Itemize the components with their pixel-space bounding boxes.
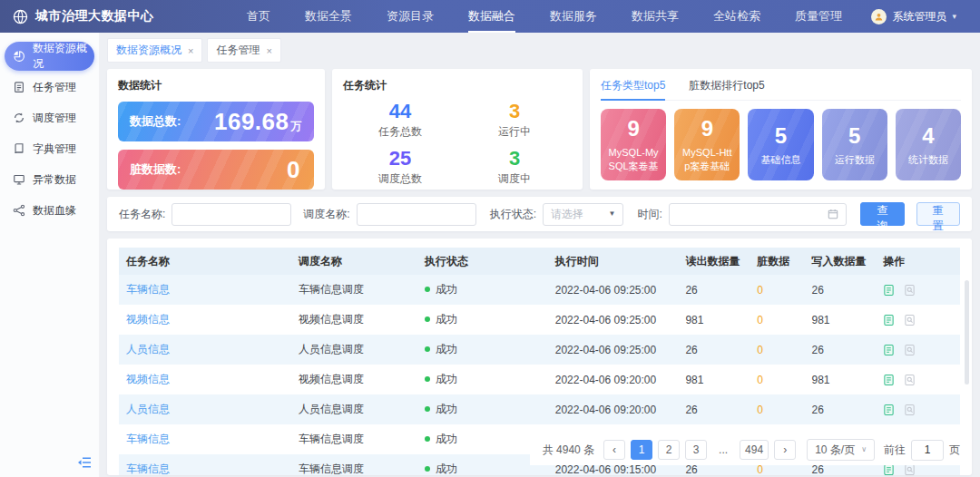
pagination-total: 共 4940 条	[543, 443, 594, 458]
task-name-link[interactable]: 视频信息	[126, 313, 170, 326]
task-name-link[interactable]: 视频信息	[126, 373, 170, 385]
task-stat-label: 运行中	[457, 124, 572, 140]
table-row[interactable]: 视频信息 视频信息调度 成功 2022-04-06 09:25:00 981 0…	[119, 305, 960, 335]
next-page-button[interactable]: ›	[774, 440, 796, 460]
workspace-tab[interactable]: 数据资源概况 ×	[107, 38, 202, 63]
top-nav-item[interactable]: 数据融合	[468, 0, 515, 33]
select-placeholder: 请选择	[551, 207, 583, 222]
top5-card[interactable]: 9 MySQL-Http案卷基础信...	[674, 109, 740, 180]
schedule-name-cell: 人员信息调度	[291, 335, 417, 365]
top5-tab[interactable]: 脏数据排行top5	[689, 78, 764, 101]
stat-value: 0	[287, 156, 302, 184]
table-row[interactable]: 人员信息 人员信息调度 成功 2022-04-06 09:20:00 26 0 …	[119, 394, 960, 424]
table-row[interactable]: 视频信息 视频信息调度 成功 2022-04-06 09:20:00 981 0…	[119, 365, 960, 394]
sidebar-item-label: 任务管理	[33, 80, 76, 95]
page-button[interactable]: 3	[685, 440, 707, 460]
page-size-select[interactable]: 10 条/页 ∨	[807, 439, 875, 461]
top5-card[interactable]: 5 基础信息	[748, 109, 813, 180]
view-log-icon[interactable]	[904, 314, 916, 326]
time-range-input[interactable]	[669, 203, 847, 226]
write-count-cell: 26	[804, 394, 876, 424]
sidebar-item[interactable]: 数据资源概况	[5, 42, 94, 71]
menu-fold-icon[interactable]	[77, 455, 92, 470]
top5-card[interactable]: 4 统计数据	[896, 109, 961, 180]
top-nav-item[interactable]: 首页	[247, 0, 270, 33]
page-jump: 前往 页	[884, 440, 960, 461]
task-name-link[interactable]: 人员信息	[126, 343, 170, 355]
sidebar-item[interactable]: 任务管理	[5, 73, 94, 102]
task-name-link[interactable]: 车辆信息	[126, 283, 170, 296]
exec-time-cell: 2022-04-06 09:20:00	[548, 394, 679, 424]
view-log-icon[interactable]	[904, 344, 916, 356]
table-row[interactable]: 人员信息 人员信息调度 成功 2022-04-06 09:25:00 26 0 …	[119, 335, 960, 365]
table-scrollbar[interactable]	[965, 280, 969, 385]
table-row[interactable]: 车辆信息 车辆信息调度 成功 2022-04-06 09:25:00 26 0 …	[119, 275, 960, 305]
schedule-name-input[interactable]	[357, 203, 476, 226]
status-dot	[425, 376, 430, 382]
page-button[interactable]: 494	[740, 440, 769, 460]
gradient-stat-card: 数据总数: 169.68万	[118, 102, 314, 141]
top-nav-item[interactable]: 质量管理	[795, 0, 842, 33]
schedule-name-cell: 视频信息调度	[291, 365, 417, 394]
log-file-icon[interactable]	[883, 374, 895, 386]
log-file-icon[interactable]	[883, 344, 895, 356]
open-tabs-bar: 数据资源概况 × 任务管理 ×	[107, 38, 972, 63]
prev-page-button[interactable]: ‹	[603, 440, 625, 460]
sidebar-item[interactable]: 调度管理	[5, 103, 94, 132]
top-nav-menu: 首页 数据全景 资源目录 数据融合 数据服务 数据共享 全站检索 质量管理	[247, 0, 842, 33]
sidebar-item[interactable]: 字典管理	[5, 134, 94, 163]
task-name-input[interactable]	[172, 203, 291, 226]
schedule-name-label: 调度名称:	[303, 207, 349, 222]
log-file-icon[interactable]	[883, 404, 895, 416]
status-cell: 成功	[417, 454, 548, 475]
top-nav-item[interactable]: 数据全景	[305, 0, 352, 33]
status-cell: 成功	[417, 305, 548, 335]
task-name-link[interactable]: 车辆信息	[126, 433, 170, 445]
page-button[interactable]: 2	[658, 440, 680, 460]
top5-tab[interactable]: 任务类型top5	[601, 78, 665, 101]
task-name-link[interactable]: 人员信息	[126, 403, 170, 415]
page-button[interactable]: ...	[712, 440, 734, 460]
close-tab-icon[interactable]: ×	[188, 45, 193, 56]
top-nav-item[interactable]: 全站检索	[713, 0, 760, 33]
top5-count: 4	[922, 123, 934, 149]
task-stat-value: 3	[457, 101, 572, 122]
reset-button[interactable]: 重置	[916, 202, 960, 226]
user-menu[interactable]: 系统管理员 ▾	[871, 0, 980, 33]
view-log-icon[interactable]	[904, 404, 916, 416]
column-header: 执行状态	[417, 248, 548, 275]
top-nav-item[interactable]: 数据共享	[632, 0, 679, 33]
task-stat-label: 调度中	[457, 171, 572, 187]
sidebar-item-label: 调度管理	[33, 111, 76, 126]
sidebar-item-label: 数据血缘	[33, 203, 76, 219]
log-file-icon[interactable]	[883, 314, 895, 326]
search-button[interactable]: 查询	[860, 202, 904, 226]
status-dot	[425, 346, 430, 352]
view-log-icon[interactable]	[904, 374, 916, 386]
top5-card[interactable]: 9 MySQL-MySQL案卷基础...	[601, 109, 666, 180]
status-dot	[425, 287, 430, 292]
exec-time-cell: 2022-04-06 09:20:00	[548, 365, 679, 394]
dirty-count-cell: 0	[750, 365, 804, 394]
calendar-icon	[828, 209, 838, 219]
exec-status-label: 执行状态:	[490, 207, 536, 222]
jump-page-input[interactable]	[911, 440, 944, 461]
sidebar-item[interactable]: 数据血缘	[5, 196, 94, 225]
top-navbar: 城市治理大数据中心 首页 数据全景 资源目录 数据融合 数据服务 数据共享 全站…	[0, 0, 980, 33]
top5-card[interactable]: 5 运行数据	[822, 109, 887, 180]
exec-status-select[interactable]: 请选择 ▼	[543, 203, 623, 226]
column-header: 操作	[876, 248, 960, 275]
top-nav-item[interactable]: 数据服务	[550, 0, 597, 33]
exec-time-cell: 2022-04-06 09:25:00	[548, 335, 679, 365]
schedule-name-cell: 车辆信息调度	[291, 454, 417, 475]
task-name-link[interactable]: 车辆信息	[126, 462, 170, 475]
data-stats-panel: 数据统计 数据总数: 169.68万 脏数据数: 0	[107, 69, 325, 190]
page-button[interactable]: 1	[631, 440, 652, 460]
top-nav-item[interactable]: 资源目录	[387, 0, 434, 33]
view-log-icon[interactable]	[904, 284, 916, 297]
stat-unit: 万	[291, 120, 303, 132]
sidebar-item[interactable]: 异常数据	[5, 165, 94, 194]
log-file-icon[interactable]	[883, 284, 895, 297]
close-tab-icon[interactable]: ×	[266, 45, 271, 56]
workspace-tab[interactable]: 任务管理 ×	[207, 38, 280, 63]
